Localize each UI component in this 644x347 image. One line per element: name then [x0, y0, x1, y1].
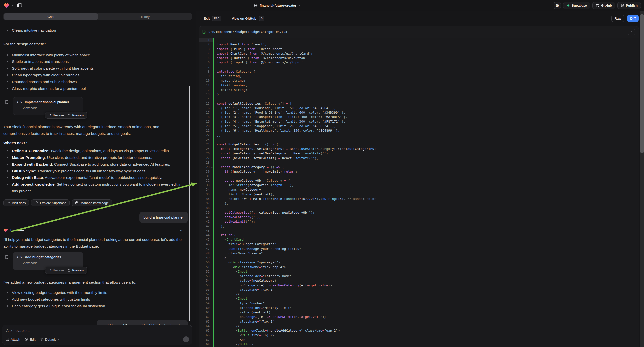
visit-docs-button[interactable]: Visit docs — [4, 200, 29, 206]
fold-chevron-icon[interactable]: ⌄ — [211, 178, 212, 183]
line-number: 64 — [199, 324, 213, 328]
line-number: 25 — [199, 146, 213, 151]
user-message-bubble: build a financial planner — [140, 212, 188, 223]
code-line: 41 setNewLimit(''); — [199, 219, 638, 224]
back-chevron-icon[interactable]: ‹ — [200, 16, 201, 21]
diff-toggle-button[interactable]: Diff — [627, 15, 638, 22]
attach-button[interactable]: Attach — [6, 338, 20, 341]
code-line: 59 type="number" — [199, 301, 638, 306]
line-number: 45 — [199, 238, 213, 242]
restore-button[interactable]: ↺ Restore — [48, 268, 64, 272]
workspace-chevron-down-icon[interactable] — [11, 4, 14, 7]
list-item: Add new budget categories with custom li… — [4, 296, 184, 303]
list-item: Expand with Backend: Connect Supabase to… — [4, 161, 184, 168]
list-item: View existing budget categories with the… — [4, 289, 184, 296]
preview-button[interactable]: Preview — [68, 268, 84, 272]
list-item: Soft, neutral color palette with light b… — [4, 65, 184, 72]
line-number: 51 — [199, 265, 213, 269]
line-number: 65 — [199, 328, 213, 333]
code-line: 67 Add — [199, 338, 638, 342]
code-line: 28 — [199, 160, 638, 165]
code-line: 37 }; — [199, 201, 638, 206]
collapse-file-button[interactable] — [628, 29, 635, 35]
line-number: 36 — [199, 197, 213, 201]
code-line: 14 — [199, 96, 638, 101]
chat-scrollbar-thumb[interactable] — [189, 86, 190, 321]
code-line: 48 className="h-auto" — [199, 251, 638, 256]
line-number: 57 — [199, 292, 213, 296]
code-line: 23 — [199, 138, 638, 142]
code-line: 12 color: string; — [199, 88, 638, 92]
line-number: 22 — [199, 133, 213, 138]
toggle-sidebar-icon[interactable] — [17, 3, 22, 8]
image-icon — [6, 338, 9, 341]
code-line: 61 value={newLimit} — [199, 310, 638, 315]
code-file-card: src/components/budget/BudgetCategories.t… — [199, 26, 639, 347]
code-line: 58 <Input — [199, 296, 638, 301]
line-number: 14 — [199, 96, 213, 101]
view-code-link[interactable]: View code — [23, 261, 80, 265]
line-number: 34 — [199, 188, 213, 192]
added-points-list: View existing budget categories with the… — [4, 289, 184, 310]
explore-supabase-button[interactable]: Explore Supabase — [31, 200, 70, 206]
bookmark-icon[interactable] — [5, 100, 9, 104]
mode-select[interactable]: Default — [40, 338, 60, 341]
line-number: 39 — [199, 210, 213, 215]
line-number: 23 — [199, 138, 213, 142]
code-line: 49 > — [199, 256, 638, 260]
line-number: 62 — [199, 315, 213, 319]
exit-button[interactable]: Exit — [204, 17, 210, 20]
send-button[interactable]: ↑ — [183, 336, 189, 342]
list-item: Glass-morphic elements for a premium fee… — [4, 85, 184, 92]
restore-button[interactable]: ↺ Restore — [48, 113, 64, 117]
code-line: 1 — [199, 38, 638, 42]
list-item: Rounded corners and subtle shadows — [4, 78, 184, 85]
preview-button[interactable]: Preview — [68, 113, 84, 117]
external-link-icon — [7, 202, 10, 204]
lovable-logo-icon[interactable] — [4, 3, 10, 8]
line-number: 66 — [199, 333, 213, 337]
chat-composer[interactable]: Ask Lovable... Attach Edit — [2, 324, 192, 345]
line-number: 18 — [199, 115, 213, 119]
code-line: 20 { id: '5', name: 'Shopping', limit: 2… — [199, 124, 638, 128]
github-button[interactable]: GitHub — [592, 2, 615, 9]
code-line: 47 subtitle="Manage your spending limits… — [199, 247, 638, 251]
manage-knowledge-button[interactable]: Manage knowledge — [72, 200, 112, 206]
chevron-right-icon — [77, 100, 80, 103]
message-more-icon[interactable]: ⋯ — [180, 228, 184, 232]
list-item: Master Prompting: Use clear, detailed, a… — [4, 154, 184, 161]
fold-chevron-icon[interactable]: ⌄ — [211, 101, 212, 106]
publish-button[interactable]: Publish — [617, 2, 641, 9]
project-switcher[interactable]: financial-future-creator — [254, 0, 301, 11]
line-number: 12 — [199, 88, 213, 92]
code-line: 10 name: string; — [199, 78, 638, 83]
code-line: 27 const [newLimit, setNewLimit] = React… — [199, 156, 638, 160]
fold-chevron-icon[interactable]: ⌄ — [211, 142, 212, 146]
view-code-link[interactable]: View code — [23, 106, 80, 110]
supabase-button[interactable]: Supabase — [563, 2, 590, 9]
bookmark-icon[interactable] — [5, 255, 9, 260]
line-number: 3 — [199, 47, 213, 51]
line-number: 52 — [199, 269, 213, 274]
code-editor[interactable]: 12import React from 'react';3import { Pl… — [199, 38, 638, 347]
raw-toggle-button[interactable]: Raw — [612, 15, 624, 22]
line-number: 7 — [199, 65, 213, 70]
line-number: 11 — [199, 83, 213, 88]
window-scrollbar[interactable] — [640, 11, 644, 347]
list-item: Add project knowledge: Set key context o… — [4, 181, 184, 194]
code-line: 50 <div className="space-y-6"> — [199, 260, 638, 264]
window-scrollbar-thumb[interactable] — [640, 14, 644, 153]
file-path: src/components/budget/BudgetCategories.t… — [208, 30, 287, 34]
assistant-intro: I'll help you add budget categories to t… — [4, 236, 184, 250]
fold-chevron-icon[interactable]: ⌄ — [211, 70, 212, 74]
edit-button[interactable]: Edit — [25, 338, 35, 341]
line-number: 15⌄ — [199, 101, 213, 106]
settings-button[interactable]: ⚙ — [554, 2, 561, 9]
code-line: 30 if (!newCategory || !newLimit) return… — [199, 169, 638, 174]
fold-chevron-icon[interactable]: ⌄ — [211, 165, 212, 169]
code-line: 51 <div className="flex gap-4"> — [199, 265, 638, 269]
view-on-github-button[interactable]: View on GitHub — [232, 17, 257, 20]
composer-placeholder: Ask Lovable... — [6, 328, 188, 332]
code-line: 11 limit: number; — [199, 83, 638, 88]
supabase-icon — [566, 4, 570, 8]
